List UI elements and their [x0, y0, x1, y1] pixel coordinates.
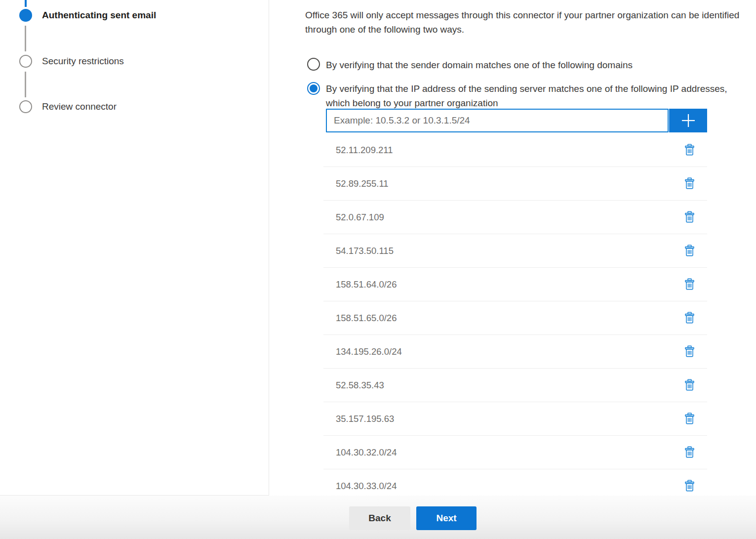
ip-list-item: 35.157.195.63: [323, 402, 707, 436]
sidebar-step-review-connector[interactable]: Review connector: [42, 101, 117, 112]
sidebar-step-authenticating-sent-email[interactable]: Authenticating sent email: [42, 10, 156, 21]
back-button[interactable]: Back: [349, 506, 410, 530]
delete-ip-button[interactable]: [684, 480, 695, 492]
trash-icon: [684, 144, 695, 156]
wizard-content: Authenticating sent email Security restr…: [0, 0, 756, 496]
wizard-footer: Back Next: [0, 496, 756, 539]
delete-ip-button[interactable]: [684, 312, 695, 324]
trash-icon: [684, 446, 695, 458]
ip-list-item: 52.11.209.211: [323, 133, 707, 167]
trash-icon: [684, 245, 695, 257]
ip-list-item: 158.51.65.0/26: [323, 301, 707, 335]
delete-ip-button[interactable]: [684, 446, 695, 458]
ip-list-item: 54.173.50.115: [323, 234, 707, 268]
radio-sender-domain-label[interactable]: By verifying that the sender domain matc…: [326, 58, 721, 72]
ip-address-value: 104.30.32.0/24: [336, 447, 397, 458]
ip-list-item: 52.0.67.109: [323, 201, 707, 234]
sidebar-step-security-restrictions[interactable]: Security restrictions: [42, 56, 124, 67]
delete-ip-button[interactable]: [684, 177, 695, 190]
ip-address-input[interactable]: [326, 109, 669, 132]
ip-address-value: 35.157.195.63: [336, 414, 394, 424]
ip-address-value: 52.89.255.11: [336, 178, 389, 189]
ip-list-item: 104.30.32.0/24: [323, 436, 707, 469]
ip-address-value: 54.173.50.115: [336, 246, 394, 256]
trash-icon: [684, 413, 695, 425]
trash-icon: [684, 480, 695, 492]
trash-icon: [684, 312, 695, 324]
trash-icon: [684, 177, 695, 190]
trash-icon: [684, 278, 695, 290]
ip-address-value: 52.0.67.109: [336, 212, 384, 223]
ip-list-item: 158.51.64.0/26: [323, 268, 707, 301]
trash-icon: [684, 211, 695, 223]
add-ip-button[interactable]: [669, 109, 707, 132]
ip-list-item: 52.89.255.11: [323, 167, 707, 201]
stepper-connector-top: [25, 0, 27, 7]
ip-list-item: 134.195.26.0/24: [323, 335, 707, 369]
step-dot-review: [19, 100, 32, 113]
ip-address-list: 52.11.209.211 52.89.255.11 52.0.67.109 5…: [323, 133, 707, 496]
plus-icon: [680, 113, 696, 128]
radio-ip-address[interactable]: [307, 82, 320, 95]
delete-ip-button[interactable]: [684, 144, 695, 156]
wizard-stepper-sidebar: Authenticating sent email Security restr…: [0, 0, 269, 496]
delete-ip-button[interactable]: [684, 345, 695, 358]
ip-address-value: 52.11.209.211: [336, 145, 393, 156]
delete-ip-button[interactable]: [684, 245, 695, 257]
ip-address-value: 158.51.65.0/26: [336, 313, 397, 324]
ip-list-item: 52.58.35.43: [323, 369, 707, 402]
ip-address-value: 158.51.64.0/26: [336, 279, 397, 290]
trash-icon: [684, 345, 695, 358]
radio-ip-address-label[interactable]: By verifying that the IP address of the …: [326, 82, 730, 110]
stepper-connector: [25, 72, 26, 97]
next-button[interactable]: Next: [416, 506, 477, 530]
ip-address-value: 52.58.35.43: [336, 380, 384, 391]
step-dot-security: [19, 55, 32, 68]
ip-list-item: 104.30.33.0/24: [323, 469, 707, 496]
trash-icon: [684, 379, 695, 391]
delete-ip-button[interactable]: [684, 211, 695, 223]
ip-input-row: [326, 109, 707, 132]
delete-ip-button[interactable]: [684, 413, 695, 425]
step-dot-authenticating: [19, 9, 32, 22]
delete-ip-button[interactable]: [684, 278, 695, 290]
ip-address-value: 134.195.26.0/24: [336, 346, 402, 357]
radio-sender-domain[interactable]: [307, 58, 320, 71]
delete-ip-button[interactable]: [684, 379, 695, 391]
page-description: Office 365 will only accept messages thr…: [305, 8, 756, 37]
ip-address-value: 104.30.33.0/24: [336, 481, 397, 492]
stepper-connector: [25, 26, 26, 51]
